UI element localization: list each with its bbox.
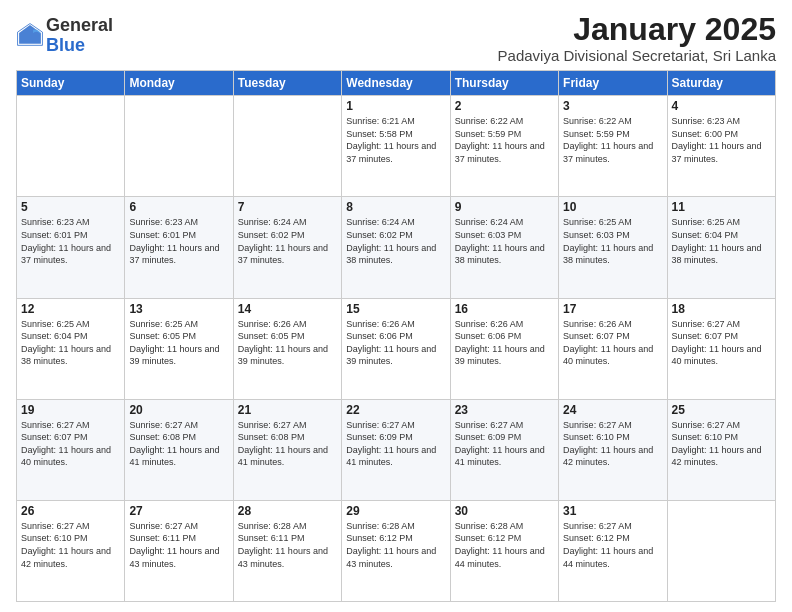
day-number: 26 xyxy=(21,504,120,518)
header-friday: Friday xyxy=(559,71,667,96)
day-info: Sunrise: 6:24 AMSunset: 6:02 PMDaylight:… xyxy=(238,216,337,266)
day-info: Sunrise: 6:21 AMSunset: 5:58 PMDaylight:… xyxy=(346,115,445,165)
day-info: Sunrise: 6:23 AMSunset: 6:01 PMDaylight:… xyxy=(21,216,120,266)
table-row: 30Sunrise: 6:28 AMSunset: 6:12 PMDayligh… xyxy=(450,500,558,601)
day-number: 7 xyxy=(238,200,337,214)
day-number: 10 xyxy=(563,200,662,214)
day-number: 3 xyxy=(563,99,662,113)
day-number: 24 xyxy=(563,403,662,417)
day-info: Sunrise: 6:22 AMSunset: 5:59 PMDaylight:… xyxy=(563,115,662,165)
day-info: Sunrise: 6:25 AMSunset: 6:04 PMDaylight:… xyxy=(21,318,120,368)
day-number: 29 xyxy=(346,504,445,518)
title-block: January 2025 Padaviya Divisional Secreta… xyxy=(498,12,776,64)
table-row: 15Sunrise: 6:26 AMSunset: 6:06 PMDayligh… xyxy=(342,298,450,399)
day-info: Sunrise: 6:27 AMSunset: 6:07 PMDaylight:… xyxy=(21,419,120,469)
calendar-week-row: 26Sunrise: 6:27 AMSunset: 6:10 PMDayligh… xyxy=(17,500,776,601)
table-row: 16Sunrise: 6:26 AMSunset: 6:06 PMDayligh… xyxy=(450,298,558,399)
day-number: 4 xyxy=(672,99,771,113)
table-row: 17Sunrise: 6:26 AMSunset: 6:07 PMDayligh… xyxy=(559,298,667,399)
day-info: Sunrise: 6:25 AMSunset: 6:03 PMDaylight:… xyxy=(563,216,662,266)
location-title: Padaviya Divisional Secretariat, Sri Lan… xyxy=(498,47,776,64)
day-info: Sunrise: 6:26 AMSunset: 6:06 PMDaylight:… xyxy=(346,318,445,368)
day-number: 11 xyxy=(672,200,771,214)
day-info: Sunrise: 6:27 AMSunset: 6:09 PMDaylight:… xyxy=(455,419,554,469)
day-number: 25 xyxy=(672,403,771,417)
day-info: Sunrise: 6:28 AMSunset: 6:11 PMDaylight:… xyxy=(238,520,337,570)
table-row xyxy=(17,96,125,197)
day-number: 17 xyxy=(563,302,662,316)
day-info: Sunrise: 6:26 AMSunset: 6:05 PMDaylight:… xyxy=(238,318,337,368)
table-row: 18Sunrise: 6:27 AMSunset: 6:07 PMDayligh… xyxy=(667,298,775,399)
table-row: 29Sunrise: 6:28 AMSunset: 6:12 PMDayligh… xyxy=(342,500,450,601)
table-row: 21Sunrise: 6:27 AMSunset: 6:08 PMDayligh… xyxy=(233,399,341,500)
calendar-header-row: Sunday Monday Tuesday Wednesday Thursday… xyxy=(17,71,776,96)
day-number: 22 xyxy=(346,403,445,417)
day-number: 28 xyxy=(238,504,337,518)
table-row: 25Sunrise: 6:27 AMSunset: 6:10 PMDayligh… xyxy=(667,399,775,500)
day-info: Sunrise: 6:28 AMSunset: 6:12 PMDaylight:… xyxy=(346,520,445,570)
day-info: Sunrise: 6:27 AMSunset: 6:10 PMDaylight:… xyxy=(563,419,662,469)
logo-general-text: General xyxy=(46,16,113,36)
calendar-week-row: 5Sunrise: 6:23 AMSunset: 6:01 PMDaylight… xyxy=(17,197,776,298)
day-number: 31 xyxy=(563,504,662,518)
table-row: 7Sunrise: 6:24 AMSunset: 6:02 PMDaylight… xyxy=(233,197,341,298)
day-info: Sunrise: 6:23 AMSunset: 6:01 PMDaylight:… xyxy=(129,216,228,266)
day-info: Sunrise: 6:24 AMSunset: 6:02 PMDaylight:… xyxy=(346,216,445,266)
day-info: Sunrise: 6:26 AMSunset: 6:07 PMDaylight:… xyxy=(563,318,662,368)
day-number: 1 xyxy=(346,99,445,113)
table-row: 9Sunrise: 6:24 AMSunset: 6:03 PMDaylight… xyxy=(450,197,558,298)
day-number: 9 xyxy=(455,200,554,214)
logo-text: General Blue xyxy=(46,16,113,56)
logo-blue-text: Blue xyxy=(46,36,113,56)
header-wednesday: Wednesday xyxy=(342,71,450,96)
day-info: Sunrise: 6:26 AMSunset: 6:06 PMDaylight:… xyxy=(455,318,554,368)
day-info: Sunrise: 6:27 AMSunset: 6:07 PMDaylight:… xyxy=(672,318,771,368)
header-monday: Monday xyxy=(125,71,233,96)
table-row: 1Sunrise: 6:21 AMSunset: 5:58 PMDaylight… xyxy=(342,96,450,197)
header-sunday: Sunday xyxy=(17,71,125,96)
day-info: Sunrise: 6:27 AMSunset: 6:08 PMDaylight:… xyxy=(129,419,228,469)
day-number: 5 xyxy=(21,200,120,214)
day-info: Sunrise: 6:27 AMSunset: 6:10 PMDaylight:… xyxy=(21,520,120,570)
day-info: Sunrise: 6:24 AMSunset: 6:03 PMDaylight:… xyxy=(455,216,554,266)
day-number: 14 xyxy=(238,302,337,316)
day-info: Sunrise: 6:28 AMSunset: 6:12 PMDaylight:… xyxy=(455,520,554,570)
day-number: 13 xyxy=(129,302,228,316)
day-number: 2 xyxy=(455,99,554,113)
table-row: 19Sunrise: 6:27 AMSunset: 6:07 PMDayligh… xyxy=(17,399,125,500)
day-number: 20 xyxy=(129,403,228,417)
table-row: 3Sunrise: 6:22 AMSunset: 5:59 PMDaylight… xyxy=(559,96,667,197)
calendar-week-row: 1Sunrise: 6:21 AMSunset: 5:58 PMDaylight… xyxy=(17,96,776,197)
day-number: 23 xyxy=(455,403,554,417)
day-info: Sunrise: 6:25 AMSunset: 6:05 PMDaylight:… xyxy=(129,318,228,368)
day-number: 19 xyxy=(21,403,120,417)
calendar-week-row: 19Sunrise: 6:27 AMSunset: 6:07 PMDayligh… xyxy=(17,399,776,500)
table-row: 4Sunrise: 6:23 AMSunset: 6:00 PMDaylight… xyxy=(667,96,775,197)
table-row xyxy=(233,96,341,197)
day-info: Sunrise: 6:27 AMSunset: 6:08 PMDaylight:… xyxy=(238,419,337,469)
table-row xyxy=(125,96,233,197)
month-title: January 2025 xyxy=(498,12,776,47)
day-number: 30 xyxy=(455,504,554,518)
table-row: 20Sunrise: 6:27 AMSunset: 6:08 PMDayligh… xyxy=(125,399,233,500)
table-row: 2Sunrise: 6:22 AMSunset: 5:59 PMDaylight… xyxy=(450,96,558,197)
table-row: 31Sunrise: 6:27 AMSunset: 6:12 PMDayligh… xyxy=(559,500,667,601)
table-row: 26Sunrise: 6:27 AMSunset: 6:10 PMDayligh… xyxy=(17,500,125,601)
day-info: Sunrise: 6:27 AMSunset: 6:11 PMDaylight:… xyxy=(129,520,228,570)
calendar-table: Sunday Monday Tuesday Wednesday Thursday… xyxy=(16,70,776,602)
table-row: 6Sunrise: 6:23 AMSunset: 6:01 PMDaylight… xyxy=(125,197,233,298)
day-info: Sunrise: 6:25 AMSunset: 6:04 PMDaylight:… xyxy=(672,216,771,266)
table-row: 23Sunrise: 6:27 AMSunset: 6:09 PMDayligh… xyxy=(450,399,558,500)
table-row: 22Sunrise: 6:27 AMSunset: 6:09 PMDayligh… xyxy=(342,399,450,500)
day-number: 27 xyxy=(129,504,228,518)
page: General Blue January 2025 Padaviya Divis… xyxy=(0,0,792,612)
day-number: 18 xyxy=(672,302,771,316)
day-info: Sunrise: 6:27 AMSunset: 6:10 PMDaylight:… xyxy=(672,419,771,469)
day-info: Sunrise: 6:27 AMSunset: 6:12 PMDaylight:… xyxy=(563,520,662,570)
table-row: 14Sunrise: 6:26 AMSunset: 6:05 PMDayligh… xyxy=(233,298,341,399)
day-number: 15 xyxy=(346,302,445,316)
table-row: 13Sunrise: 6:25 AMSunset: 6:05 PMDayligh… xyxy=(125,298,233,399)
day-number: 21 xyxy=(238,403,337,417)
table-row: 28Sunrise: 6:28 AMSunset: 6:11 PMDayligh… xyxy=(233,500,341,601)
logo: General Blue xyxy=(16,16,113,56)
